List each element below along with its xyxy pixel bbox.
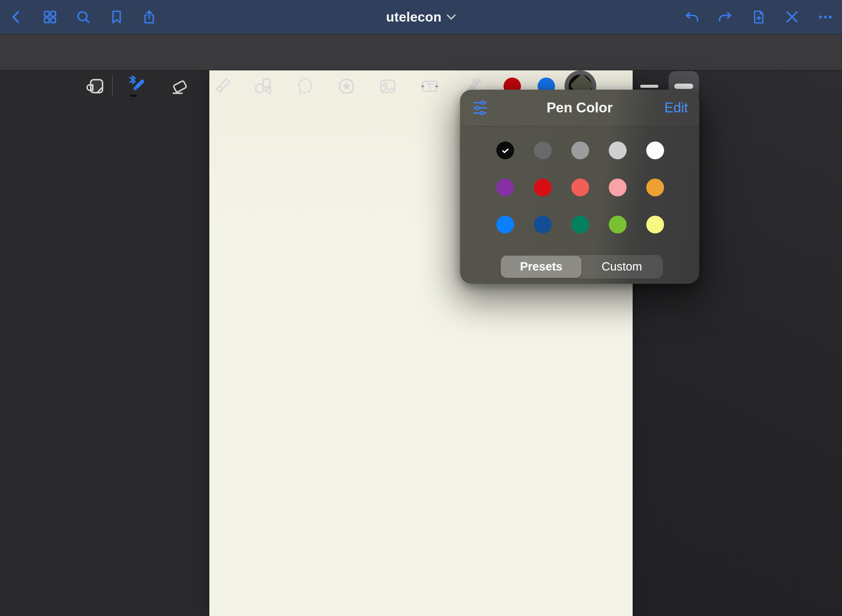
pen-color-popover: Pen Color Edit PresetsCustom [460,90,699,284]
search-icon [75,9,92,25]
tool-shapes[interactable] [249,73,276,100]
tool-bar [0,34,842,70]
pen-color-swatch-red[interactable] [534,179,552,196]
add-page-icon [750,9,767,25]
pen-color-swatch-teal[interactable] [571,216,589,233]
pen-color-swatch-purple[interactable] [496,179,514,196]
chevron-down-icon [447,14,456,20]
image-icon [377,75,399,97]
checkmark-icon [500,145,511,156]
back-button[interactable] [4,0,28,34]
share-icon [141,9,157,25]
toolbar-separator [112,76,113,97]
undo-button[interactable] [680,0,704,34]
tool-text[interactable] [416,73,443,100]
pen-color-swatch-coral[interactable] [571,179,589,196]
pen-color-swatch-yellow[interactable] [646,216,664,233]
pen-color-tabs: PresetsCustom [500,255,663,278]
top-navigation-bar: utelecon [0,0,842,34]
highlighter-icon [211,75,233,97]
pen-tool-icon [126,74,150,98]
pen-color-swatch-blue[interactable] [496,216,514,233]
pen-color-swatch-gray[interactable] [571,142,589,159]
text-icon [419,75,441,97]
tool-highlighter[interactable] [209,73,235,100]
bookmark-button[interactable] [104,0,129,34]
zoom-window-icon [84,75,106,97]
tool-zoom-window[interactable] [82,73,109,100]
back-icon [8,9,25,25]
pen-color-swatch-white[interactable] [646,142,664,159]
more-button[interactable] [813,0,837,34]
lasso-icon [294,75,316,97]
share-button[interactable] [137,0,161,34]
page-title: utelecon [386,9,441,25]
stylus-editing-icon [784,9,800,25]
pen-color-swatch-dark-gray[interactable] [534,142,552,159]
pen-color-swatch-orange[interactable] [646,179,664,196]
shapes-icon [252,75,274,97]
pen-color-swatch-light-gray[interactable] [609,142,627,159]
tool-elements[interactable] [333,73,360,100]
add-page-button[interactable] [747,0,771,34]
stylus-editing-button[interactable] [780,0,804,34]
document-title-menu[interactable]: utelecon [386,0,456,34]
page-thumbnails-button[interactable] [38,0,62,34]
edit-link[interactable]: Edit [664,100,688,116]
goodnotes-app: utelecon [0,0,842,616]
elements-sticker-icon [335,75,357,97]
eraser-icon [169,75,191,97]
page-thumbnails-icon [42,9,58,25]
tab-custom[interactable]: Custom [582,256,662,278]
canvas-background-left [0,70,209,616]
settings-sliders-icon[interactable] [471,99,489,117]
redo-icon [717,9,733,25]
pen-color-swatch-black[interactable] [496,142,514,159]
tab-presets[interactable]: Presets [501,256,582,278]
popover-header: Pen Color Edit [460,90,699,126]
tool-lasso[interactable] [292,73,318,100]
pen-color-swatch-green[interactable] [609,216,627,233]
popover-title: Pen Color [547,100,613,116]
undo-icon [684,9,700,25]
thin-line [606,86,624,87]
medium-line [640,85,658,88]
tool-eraser[interactable] [167,73,193,100]
tool-image[interactable] [374,73,401,100]
pen-color-swatch-navy[interactable] [534,216,552,233]
bookmark-icon [108,9,125,25]
redo-button[interactable] [713,0,737,34]
pen-color-grid [496,142,664,233]
search-button[interactable] [71,0,95,34]
thick-line [674,84,693,89]
more-icon [817,9,834,25]
pen-color-swatch-pink[interactable] [609,179,627,196]
tool-pen[interactable] [125,73,151,100]
